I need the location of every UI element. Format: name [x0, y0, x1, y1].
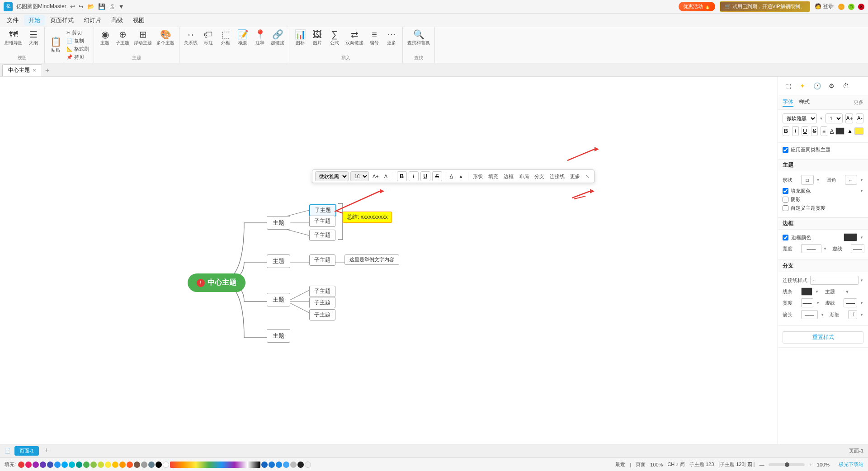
login-button[interactable]: 🧑 登录	[815, 3, 834, 10]
line-style-dropdown[interactable]: ▼	[860, 278, 863, 283]
more-icon[interactable]: ▼	[118, 3, 124, 10]
float-branch-btn[interactable]: 分支	[533, 172, 546, 181]
float-underline-btn[interactable]: U	[420, 171, 430, 181]
minimize-button[interactable]: —	[838, 4, 844, 10]
paste-btn[interactable]: 📋 粘贴	[47, 36, 64, 54]
color-14[interactable]	[112, 462, 118, 468]
border-line-width[interactable]: ——	[801, 244, 821, 253]
image-btn[interactable]: 🖼 图片	[309, 29, 326, 47]
numbering-btn[interactable]: ≡ 编号	[366, 29, 382, 47]
fill-color-label[interactable]: 填充颜色	[791, 188, 811, 194]
format-btn[interactable]: 📐 格式刷	[65, 45, 91, 53]
float-link-btn[interactable]: 连接线	[548, 172, 566, 181]
apply-same-type-checkbox[interactable]	[783, 147, 788, 153]
color-13[interactable]	[105, 462, 111, 468]
border-color-dropdown[interactable]: ▼	[860, 236, 863, 240]
menu-start[interactable]: 开始	[24, 15, 45, 26]
fill-color-checkbox[interactable]	[783, 188, 788, 194]
open-icon[interactable]: 📂	[87, 3, 94, 10]
cut-btn[interactable]: ✂ 剪切	[65, 29, 91, 37]
align-btn[interactable]: ≡	[821, 126, 827, 136]
style-tab[interactable]: 样式	[799, 98, 810, 107]
main-node-4[interactable]: 主题	[267, 329, 290, 343]
float-border-btn[interactable]: 边框	[502, 172, 515, 181]
zoom-slider[interactable]	[769, 463, 805, 466]
font-decrease-btn[interactable]: A-	[856, 113, 863, 123]
dark-1[interactable]	[261, 462, 268, 468]
main-node-2[interactable]: 主题	[267, 254, 290, 268]
shadow-checkbox[interactable]	[783, 197, 788, 203]
maximize-button[interactable]: □	[848, 4, 854, 10]
canvas-area[interactable]: ! 中心主题 主题 主题 主题 主题 子主题 子主题 子主题 子主题	[0, 77, 778, 444]
float-layout-btn[interactable]: 布局	[517, 172, 531, 181]
topic-btn[interactable]: ◉ 主题	[97, 29, 113, 47]
font-increase-btn[interactable]: A+	[845, 113, 853, 123]
color-19[interactable]	[148, 462, 155, 468]
border-color-label[interactable]: 边框颜色	[791, 234, 811, 241]
gray-1[interactable]	[290, 462, 297, 468]
promo-button[interactable]: 优惠活动 🔥	[679, 2, 715, 11]
corner-selector[interactable]: ⌐	[845, 175, 858, 185]
float-italic-btn[interactable]: I	[409, 171, 419, 181]
border-width-selector[interactable]: —— ▼	[801, 244, 827, 253]
color-12[interactable]	[98, 462, 104, 468]
font-family-select[interactable]: 微软雅黑	[783, 113, 817, 123]
color-1[interactable]	[18, 462, 24, 468]
dark-3[interactable]	[276, 462, 282, 468]
apply-same-type-label[interactable]: 应用至同类型主题	[791, 146, 830, 153]
float-strike-btn[interactable]: S	[432, 171, 442, 181]
vip-button[interactable]: 🛒 试用已到期，开通VIP解锁限制。	[720, 1, 810, 12]
page-tab-1[interactable]: 页面-1	[14, 446, 39, 456]
hyperlink-btn[interactable]: 🔗 超链接	[269, 29, 286, 47]
hold-btn[interactable]: 📌 持贝	[65, 53, 91, 61]
color-4[interactable]	[40, 462, 46, 468]
main-node-1[interactable]: 主题	[267, 216, 290, 230]
branch-arrow-selector[interactable]: ——	[801, 310, 818, 319]
subtopic-btn[interactable]: ⊕ 子主题	[114, 29, 131, 47]
bold-btn[interactable]: B	[783, 126, 789, 136]
italic-btn[interactable]: I	[792, 126, 799, 136]
float-topic-btn[interactable]: ⊞ 浮动主题	[132, 29, 154, 47]
float-more-btn[interactable]: 更多	[568, 172, 582, 181]
main-node-3[interactable]: 主题	[267, 293, 290, 306]
branch-thin-selector[interactable]: 〔	[848, 310, 857, 319]
copy-btn[interactable]: 📄 复制	[65, 37, 91, 45]
float-shape-btn[interactable]: 形状	[471, 172, 485, 181]
strikethrough-btn[interactable]: S	[811, 126, 818, 136]
tab-add-btn[interactable]: +	[43, 66, 52, 75]
sub-node-2-1[interactable]: 子主题	[309, 254, 335, 266]
color-16[interactable]	[127, 462, 133, 468]
border-style-selector[interactable]: ——	[851, 244, 864, 253]
panel-tab-settings[interactable]: ⚙	[825, 80, 838, 92]
summary-btn[interactable]: 📝 概要	[235, 29, 251, 47]
color-20[interactable]	[156, 462, 162, 468]
color-15[interactable]	[119, 462, 126, 468]
color-3[interactable]	[33, 462, 39, 468]
chart-btn[interactable]: 📊 图标	[292, 29, 308, 47]
color-9[interactable]	[76, 462, 82, 468]
font-tab[interactable]: 字体	[783, 98, 793, 107]
highlight-swatch[interactable]	[854, 127, 863, 135]
panel-tab-format[interactable]: ⬚	[782, 80, 794, 92]
font-more-btn[interactable]: 更多	[854, 99, 863, 106]
color-11[interactable]	[90, 462, 97, 468]
note-btn[interactable]: 📍 注释	[252, 29, 268, 47]
color-7[interactable]	[61, 462, 68, 468]
border-color-checkbox[interactable]	[783, 235, 788, 240]
corner-dropdown-arrow[interactable]: ▼	[860, 178, 863, 182]
sub-node-3-1[interactable]: 子主题	[309, 286, 335, 297]
fill-color-dropdown[interactable]: ▼	[860, 189, 863, 193]
menu-file[interactable]: 文件	[2, 15, 23, 26]
dark-4[interactable]	[283, 462, 289, 468]
menu-slideshow[interactable]: 幻灯片	[79, 15, 106, 26]
label-btn[interactable]: 🏷 标注	[200, 29, 217, 47]
sub-node-1-1[interactable]: 子主题	[309, 204, 336, 217]
leaf-node-2-1[interactable]: 这里是举例文字内容	[344, 254, 399, 265]
float-increase-btn[interactable]: A+	[371, 173, 381, 180]
color-21[interactable]	[163, 462, 169, 468]
menu-page-style[interactable]: 页面样式	[46, 15, 78, 26]
undo-icon[interactable]: ↩	[70, 3, 75, 10]
float-font-select[interactable]: 微软雅黑	[315, 171, 349, 181]
line-color-dropdown[interactable]: ▼	[815, 290, 819, 294]
reset-style-btn[interactable]: 重置样式	[783, 331, 863, 344]
